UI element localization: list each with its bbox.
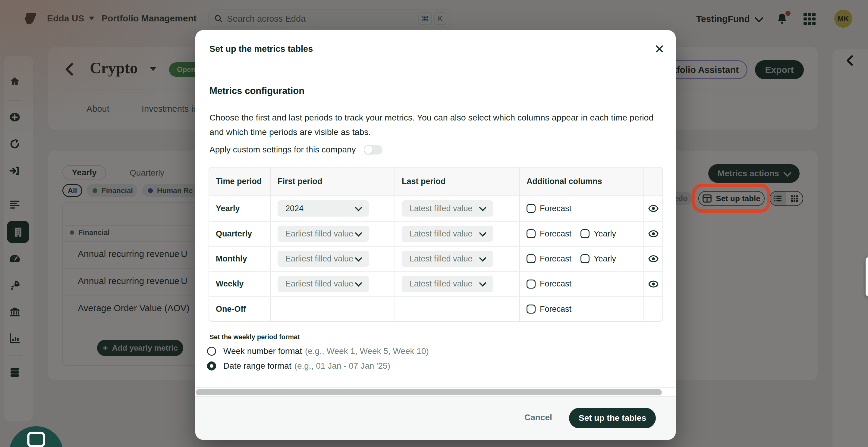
forecast-checkbox-monthly[interactable] <box>527 254 535 263</box>
weekly-format-label: Set the weekly period format <box>210 333 300 341</box>
modal-title: Set up the metrics tables <box>210 44 313 54</box>
last-period-select-quarterly[interactable]: Latest filled value <box>402 226 493 242</box>
chevron-down-icon <box>479 204 486 211</box>
col-header-time-period: Time period <box>209 167 271 196</box>
row-label-yearly: Yearly <box>216 204 240 213</box>
last-period-select-yearly[interactable]: Latest filled value <box>402 200 493 217</box>
eye-icon[interactable] <box>648 254 658 263</box>
radio-selected-icon <box>207 361 216 371</box>
chevron-down-icon <box>355 204 362 211</box>
eye-icon[interactable] <box>648 280 658 289</box>
first-period-select-quarterly[interactable]: Earliest filled value <box>278 226 369 242</box>
chevron-down-icon <box>479 229 486 236</box>
radio-option-week-number[interactable]: Week number format (e.g., Week 1, Week 5… <box>207 346 429 356</box>
radio-option-date-range[interactable]: Date range format (e.g., 01 Jan - 07 Jan… <box>207 361 390 371</box>
modal-content-divider <box>196 387 675 388</box>
chevron-down-icon <box>479 279 486 286</box>
col-header-additional-columns: Additional columns <box>520 167 644 196</box>
set-up-tables-button[interactable]: Set up the tables <box>569 408 656 428</box>
row-label-monthly: Monthly <box>216 254 247 263</box>
row-label-quarterly: Quarterly <box>216 229 252 238</box>
chevron-down-icon <box>355 229 362 236</box>
last-period-select-weekly[interactable]: Latest filled value <box>402 276 493 292</box>
forecast-checkbox-quarterly[interactable] <box>527 229 535 238</box>
modal-section-title: Metrics configuration <box>210 86 304 96</box>
cancel-button[interactable]: Cancel <box>524 413 552 422</box>
annotation-highlight-ring <box>692 184 770 213</box>
chat-icon <box>27 431 46 447</box>
last-period-select-monthly[interactable]: Latest filled value <box>402 251 493 267</box>
forecast-checkbox-weekly[interactable] <box>527 280 535 289</box>
chevron-down-icon <box>355 254 362 261</box>
radio-icon <box>207 347 216 356</box>
forecast-checkbox-yearly[interactable] <box>527 204 535 213</box>
custom-settings-row: Apply custom settings for this company <box>210 145 382 155</box>
eye-icon[interactable] <box>648 204 658 213</box>
horizontal-scrollbar[interactable] <box>196 389 662 395</box>
eye-icon[interactable] <box>648 229 658 238</box>
yearly-checkbox-monthly[interactable] <box>581 254 590 263</box>
col-header-last-period: Last period <box>395 167 520 196</box>
first-period-select-yearly[interactable]: 2024 <box>278 200 369 217</box>
app-root: Edda US Portfolio Management Search acro… <box>0 0 868 447</box>
forecast-checkbox-one-off[interactable] <box>527 305 535 314</box>
first-period-select-monthly[interactable]: Earliest filled value <box>278 251 369 267</box>
first-period-select-weekly[interactable]: Earliest filled value <box>278 276 369 292</box>
chevron-down-icon <box>479 254 486 261</box>
right-edge-scroll-handle[interactable] <box>866 257 868 297</box>
chevron-down-icon <box>355 279 362 286</box>
custom-settings-toggle[interactable] <box>364 145 382 155</box>
periods-config-table: Time period First period Last period Add… <box>209 167 663 322</box>
row-label-one-off: One-Off <box>216 305 246 314</box>
modal-description: Choose the first and last periods to tra… <box>210 110 668 139</box>
close-icon[interactable] <box>653 42 666 56</box>
yearly-checkbox-quarterly[interactable] <box>581 229 590 238</box>
col-header-first-period: First period <box>271 167 395 196</box>
col-header-visibility <box>644 167 662 196</box>
toggle-label: Apply custom settings for this company <box>210 145 356 155</box>
row-label-weekly: Weekly <box>216 279 244 289</box>
